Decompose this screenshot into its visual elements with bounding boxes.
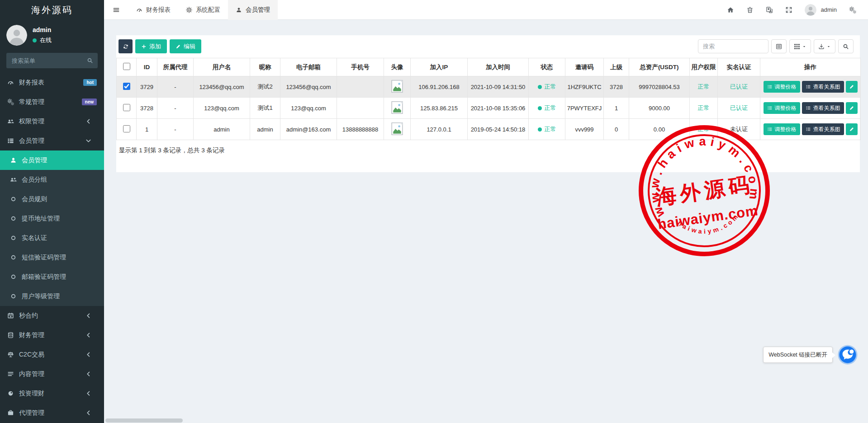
online-dot [33, 38, 37, 42]
cell-email: admin@163.com [280, 119, 337, 140]
detail-view-button[interactable] [771, 39, 787, 53]
sidebar-item-label: C2C交易 [19, 351, 44, 359]
search-button[interactable] [838, 39, 854, 53]
row-edit-button[interactable] [846, 123, 858, 135]
row-checkbox[interactable] [123, 104, 130, 111]
broken-image-icon [391, 101, 403, 114]
sidebar-search-input[interactable] [6, 53, 98, 68]
sidebar-item[interactable]: 财务管理 [0, 325, 104, 345]
toolbar: 添加 编辑 [116, 35, 860, 53]
tab-系统配置[interactable]: 系统配置 [178, 0, 228, 20]
adjust-price-button[interactable]: 调整价格 [764, 102, 800, 114]
users-icon [7, 118, 14, 125]
row-checkbox[interactable] [123, 125, 130, 132]
stamp-center-en: haiwaiym.com [657, 202, 759, 232]
table-summary: 显示第 1 到第 3 条记录，总共 3 条记录 [116, 140, 860, 155]
home-icon[interactable] [727, 6, 734, 14]
sidebar-item[interactable]: 会员规则 [0, 189, 104, 209]
sidebar-item[interactable]: 会员管理 [0, 131, 104, 150]
toolbar-right [698, 39, 854, 53]
cell-status: 正常 [529, 119, 565, 140]
sidebar-item[interactable]: 会员分组 [0, 170, 104, 189]
list-ul-icon [806, 105, 811, 111]
sidebar-item[interactable]: 用户等级管理 [0, 287, 104, 306]
cell-email: 123456@qq.com [280, 76, 337, 98]
sidebar-item-label: 会员分组 [22, 176, 47, 184]
cell-avatar [384, 119, 411, 140]
edit-button[interactable]: 编辑 [170, 39, 201, 53]
cell-actions: 调整价格查看关系图 [760, 98, 861, 119]
briefcase-icon [7, 409, 14, 416]
sidebar-item[interactable]: 提币地址管理 [0, 209, 104, 228]
cell-id: 3729 [137, 76, 157, 98]
cell-join_ip: 106.91.206.168 [411, 76, 468, 98]
broken-image-icon [391, 80, 403, 93]
column-header: 用户名 [194, 58, 250, 76]
chevron-down-icon [85, 137, 92, 144]
app-logo[interactable]: 海外源码 [0, 0, 104, 20]
cell-id: 3728 [137, 98, 157, 119]
fullscreen-icon[interactable] [785, 6, 792, 14]
column-header: 头像 [384, 58, 411, 76]
gears-icon [7, 99, 14, 105]
sidebar-item[interactable]: 实名认证 [0, 228, 104, 248]
column-header: 加入时间 [468, 58, 529, 76]
list-ul-icon [767, 105, 773, 111]
cell-select [117, 119, 137, 140]
sidebar-item[interactable]: 秒合约 [0, 306, 104, 325]
row-edit-button[interactable] [846, 102, 858, 114]
sidebar-item[interactable]: 财务报表hot [0, 73, 104, 92]
sidebar-item[interactable]: 投资理财 [0, 384, 104, 403]
sidebar-item[interactable]: 短信验证码管理 [0, 248, 104, 267]
list-ul-icon [767, 127, 773, 132]
adjust-price-button[interactable]: 调整价格 [764, 123, 800, 135]
search-icon [87, 57, 93, 64]
table-search-input[interactable] [698, 39, 768, 53]
view-relation-button[interactable]: 查看关系图 [802, 123, 844, 135]
view-relation-button[interactable]: 查看关系图 [802, 102, 844, 114]
sidebar-item[interactable]: 内容管理 [0, 364, 104, 384]
select-all-checkbox[interactable] [123, 63, 130, 70]
export-button[interactable] [814, 39, 835, 53]
circle-o-icon [10, 196, 17, 202]
sidebar-item[interactable]: 邮箱验证码管理 [0, 267, 104, 287]
adjust-price-button[interactable]: 调整价格 [764, 81, 800, 93]
user-menu[interactable]: admin [805, 4, 837, 16]
row-edit-button[interactable] [846, 81, 858, 93]
cell-invite_code: 1HZF9UKTC [565, 76, 604, 98]
horizontal-scrollbar-thumb[interactable] [105, 418, 183, 423]
columns-button[interactable] [789, 39, 811, 53]
refresh-button[interactable] [119, 39, 133, 53]
avatar-person-icon [6, 25, 27, 46]
sidebar-item[interactable]: C2C交易 [0, 345, 104, 364]
trash-icon[interactable] [746, 6, 754, 14]
th-list-icon [7, 137, 14, 144]
settings-gears-icon[interactable] [849, 6, 856, 14]
pencil-icon [175, 44, 181, 49]
view-relation-button[interactable]: 查看关系图 [802, 81, 844, 93]
sidebar-item[interactable]: 权限管理 [0, 112, 104, 131]
menu-icon [113, 6, 120, 14]
cell-select [117, 76, 137, 98]
circle-o-icon [10, 235, 17, 241]
sidebar-item[interactable]: 常规管理new [0, 92, 104, 112]
tab-财务报表[interactable]: 财务报表 [128, 0, 178, 20]
avatar [805, 4, 816, 16]
caret-down-icon [826, 44, 831, 49]
translate-icon[interactable] [766, 6, 773, 14]
svg-text:haiwaiym.com: haiwaiym.com [676, 211, 743, 239]
hamburger-button[interactable] [104, 0, 128, 20]
chevron-left-icon [85, 409, 92, 416]
tab-会员管理[interactable]: 会员管理 [228, 0, 278, 20]
sidebar-item[interactable]: 会员管理 [0, 150, 104, 170]
sidebar-item[interactable]: 代理管理 [0, 403, 104, 423]
cell-permission: 正常 [690, 76, 718, 98]
user-panel: admin 在线 [0, 20, 104, 52]
cell-avatar [384, 76, 411, 98]
chat-bubble-button[interactable] [838, 345, 858, 365]
column-header: 手机号 [337, 58, 384, 76]
add-button[interactable]: 添加 [135, 39, 167, 53]
circle-o-icon [10, 293, 17, 300]
row-checkbox[interactable] [123, 83, 130, 90]
cell-nickname: admin [250, 119, 280, 140]
